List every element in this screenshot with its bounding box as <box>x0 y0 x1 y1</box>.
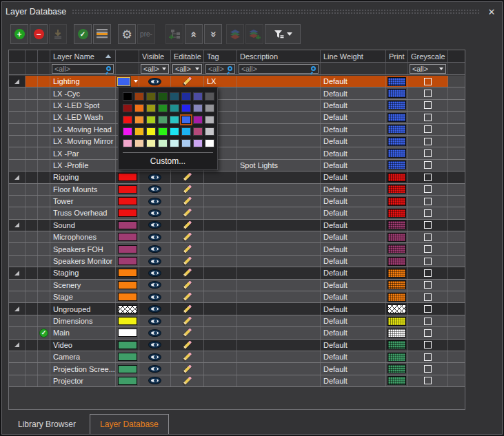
visible-cell[interactable] <box>139 243 171 254</box>
description-cell[interactable] <box>237 136 321 147</box>
layer-color-swatch[interactable] <box>118 221 137 229</box>
visible-cell[interactable] <box>139 172 171 183</box>
table-row[interactable]: DimensionsDefault <box>9 315 465 327</box>
print-cell[interactable] <box>386 243 408 254</box>
layer-color-swatch[interactable] <box>118 377 137 385</box>
greyscale-cell[interactable] <box>408 147 448 158</box>
greyscale-cell[interactable] <box>408 280 448 291</box>
line-weight-cell[interactable]: Default <box>321 280 386 291</box>
layer-name-cell[interactable]: Main <box>50 327 116 338</box>
greyscale-checkbox[interactable] <box>424 258 432 265</box>
color-swatch-option[interactable] <box>193 139 203 147</box>
custom-color-option[interactable]: Custom... <box>119 153 217 166</box>
activate-layer-button[interactable]: ✓ <box>74 24 92 44</box>
layer-name-cell[interactable]: Floor Mounts <box>50 184 116 195</box>
greyscale-cell[interactable] <box>408 243 448 254</box>
greyscale-checkbox[interactable] <box>424 365 432 373</box>
editable-pencil-icon[interactable] <box>183 329 192 338</box>
print-cell[interactable] <box>386 160 408 171</box>
layer-color-swatch[interactable] <box>118 245 137 253</box>
layer-name-cell[interactable]: Lighting <box>50 76 116 87</box>
tag-cell[interactable] <box>204 303 237 314</box>
visibility-eye-icon[interactable] <box>148 209 161 217</box>
visible-cell[interactable] <box>139 351 171 362</box>
tag-cell[interactable] <box>204 231 237 242</box>
tag-cell[interactable] <box>204 267 237 278</box>
color-swatch-option[interactable] <box>181 116 191 124</box>
line-weight-cell[interactable]: Default <box>321 351 386 362</box>
color-swatch-option[interactable] <box>170 92 179 101</box>
header-visible[interactable]: Visible <box>139 50 171 62</box>
greyscale-cell[interactable] <box>408 340 448 351</box>
editable-pencil-icon[interactable] <box>183 293 192 302</box>
header-greyscale[interactable]: Greyscale <box>408 50 448 62</box>
line-weight-cell[interactable]: Default <box>321 136 386 147</box>
print-cell[interactable] <box>386 340 408 351</box>
layer-name-cell[interactable]: LX -Moving Head <box>50 124 116 135</box>
header-description[interactable]: Description <box>237 50 321 62</box>
color-swatch-option[interactable] <box>193 92 203 101</box>
expander-triangle-icon[interactable] <box>14 222 19 227</box>
header-print[interactable]: Print <box>386 50 408 62</box>
tag-cell[interactable] <box>204 207 237 218</box>
editable-pencil-icon[interactable] <box>183 376 192 385</box>
line-weight-cell[interactable]: Default <box>321 256 386 267</box>
expander-triangle-icon[interactable] <box>14 342 19 347</box>
layer-color-cell[interactable] <box>116 172 139 183</box>
row-expander-cell[interactable] <box>9 220 26 231</box>
visible-cell[interactable] <box>139 327 171 338</box>
greyscale-cell[interactable] <box>408 100 448 111</box>
editable-cell[interactable] <box>171 375 204 386</box>
visibility-eye-icon[interactable] <box>148 185 161 193</box>
layer-name-cell[interactable]: Speakers Monitor <box>50 256 116 267</box>
greyscale-checkbox[interactable] <box>424 281 432 289</box>
header-editable[interactable]: Editable <box>171 50 204 62</box>
print-cell[interactable] <box>386 291 408 302</box>
expander-triangle-icon[interactable] <box>14 307 19 311</box>
visible-cell[interactable] <box>139 291 171 302</box>
header-color-col[interactable] <box>116 50 139 62</box>
visibility-eye-icon[interactable] <box>148 269 161 277</box>
greyscale-checkbox[interactable] <box>424 221 432 229</box>
visible-cell[interactable] <box>139 184 171 195</box>
greyscale-cell[interactable] <box>408 303 448 314</box>
greyscale-checkbox[interactable] <box>424 329 432 337</box>
layer-color-swatch[interactable] <box>118 293 137 301</box>
layer-color-cell[interactable] <box>116 351 139 362</box>
description-cell[interactable] <box>237 184 321 195</box>
description-cell[interactable] <box>237 363 321 374</box>
description-cell[interactable]: Spot Lights <box>237 160 321 171</box>
color-swatch-option[interactable] <box>158 104 168 112</box>
header-line-weight[interactable]: Line Weight <box>321 50 386 62</box>
greyscale-cell[interactable] <box>408 315 448 326</box>
color-swatch-option[interactable] <box>181 139 191 147</box>
table-row[interactable]: LX -ParDefault <box>9 147 465 159</box>
color-swatch-option[interactable] <box>123 92 132 101</box>
visibility-eye-icon[interactable] <box>148 198 161 205</box>
editable-cell[interactable] <box>171 220 204 231</box>
layer-color-cell[interactable] <box>116 220 139 231</box>
layer-name-cell[interactable]: Ungrouped <box>50 303 116 314</box>
editable-pencil-icon[interactable] <box>183 280 192 289</box>
visible-cell[interactable] <box>139 303 171 314</box>
print-cell[interactable] <box>386 280 408 291</box>
tag-cell[interactable]: LX <box>204 76 237 87</box>
tag-cell[interactable] <box>204 256 237 267</box>
greyscale-cell[interactable] <box>408 256 448 267</box>
layer-name-cell[interactable]: Tower <box>50 196 116 207</box>
color-swatch-option[interactable] <box>181 104 191 112</box>
table-row[interactable]: LX -ProfileSpot LightsDefault <box>9 160 465 172</box>
description-cell[interactable] <box>237 207 321 218</box>
greyscale-checkbox[interactable] <box>424 293 432 301</box>
print-cell[interactable] <box>386 267 408 278</box>
print-cell[interactable] <box>386 147 408 158</box>
table-row[interactable]: Speakers MonitorDefault <box>9 256 465 267</box>
color-swatch-option[interactable] <box>170 104 179 112</box>
greyscale-checkbox[interactable] <box>424 114 432 121</box>
settings-button[interactable]: ⚙ <box>118 24 136 44</box>
visibility-eye-icon[interactable] <box>148 329 161 337</box>
color-swatch-option[interactable] <box>205 127 214 136</box>
greyscale-checkbox[interactable] <box>424 353 432 361</box>
greyscale-checkbox[interactable] <box>424 174 432 181</box>
tag-cell[interactable] <box>204 184 237 195</box>
